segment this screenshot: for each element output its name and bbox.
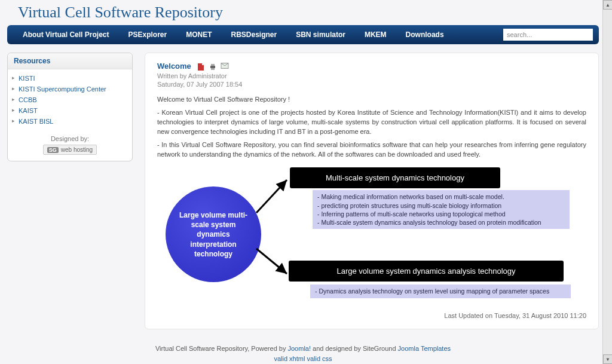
pdf-icon[interactable] <box>197 63 205 71</box>
article-date: Saturday, 07 July 2007 18:54 <box>157 81 586 88</box>
diagram-info-top: - Making medical information networks ba… <box>313 190 570 229</box>
footer-mid: and designed by SiteGround <box>311 345 398 352</box>
resources-header: Resources <box>8 53 132 69</box>
diagram-info-bottom: - Dynamics analysis technology on system… <box>310 285 571 298</box>
svg-rect-1 <box>211 64 215 66</box>
email-icon[interactable] <box>221 63 229 69</box>
nav-downloads[interactable]: Downloads <box>396 30 454 39</box>
nav-rbsdesigner[interactable]: RBSDesigner <box>222 30 287 39</box>
designed-label: Designed by: <box>51 135 89 142</box>
web-hosting-link[interactable]: SG web hosting <box>43 145 97 155</box>
site-title: Virtual Cell Software Repository <box>7 1 599 25</box>
resources-list: KISTI KISTI Supercomputing Center CCBB K… <box>8 69 132 130</box>
scroll-down-icon[interactable]: ▼ <box>603 354 612 364</box>
diagram-box-bottom: Large volume system dynamics analysis te… <box>289 261 564 282</box>
footer-valid-xhtml[interactable]: valid xhtml <box>274 355 305 362</box>
diagram-circle: Large volume multi-scale system dynamics… <box>166 186 261 282</box>
article-title: Welcome <box>157 62 191 71</box>
svg-line-4 <box>256 180 287 213</box>
info-top-line1: - Making medical information networks ba… <box>317 192 565 201</box>
footer-link-joomla[interactable]: Joomla! <box>288 345 311 352</box>
info-top-line4: - Multi-scale system dynamics analysis t… <box>317 218 565 227</box>
resources-box: Resources KISTI KISTI Supercomputing Cen… <box>7 53 133 161</box>
footer-valid-css[interactable]: valid css <box>307 355 332 362</box>
sidebar-item-kisti-sc[interactable]: KISTI Supercomputing Center <box>8 84 132 94</box>
article-author: Written by Administrator <box>157 72 586 79</box>
svg-line-5 <box>256 249 287 274</box>
sidebar-item-ccbb[interactable]: CCBB <box>8 94 132 105</box>
info-top-line3: - Inferring patterns of multi-scale netw… <box>317 210 565 218</box>
nav-sbn-simulator[interactable]: SBN simulator <box>286 30 355 39</box>
sidebar-item-kisti[interactable]: KISTI <box>8 73 132 84</box>
host-label: web hosting <box>61 146 93 153</box>
nav-mkem[interactable]: MKEM <box>355 30 396 39</box>
svg-rect-0 <box>210 66 215 68</box>
info-top-line2: - predicting protein structures using mu… <box>317 201 565 210</box>
footer: Virtual Cell Software Repository, Powere… <box>7 344 599 363</box>
diagram-box-top: Multi-scale system dynamics technology <box>290 167 500 188</box>
last-updated: Last Updated on Tuesday, 31 August 2010 … <box>157 312 586 319</box>
nav-about[interactable]: About Virtual Cell Project <box>13 30 118 39</box>
vertical-scrollbar[interactable]: ▲ ▼ <box>602 0 612 364</box>
scroll-up-icon[interactable]: ▲ <box>603 0 612 10</box>
article-p2: - Korean Virtual Cell project is one of … <box>157 108 586 137</box>
article-p1: Welcome to Virtual Cell Software Reposit… <box>157 95 586 105</box>
print-icon[interactable] <box>209 63 217 71</box>
footer-prefix: Virtual Cell Software Repository, Powere… <box>155 345 288 352</box>
diagram: Large volume multi-scale system dynamics… <box>157 166 586 308</box>
main-nav: About Virtual Cell Project PSExplorer MO… <box>7 25 599 44</box>
svg-rect-2 <box>211 68 215 70</box>
sidebar-item-kaist-bisl[interactable]: KAIST BISL <box>8 116 132 127</box>
sidebar-item-kaist[interactable]: KAIST <box>8 105 132 116</box>
sg-badge-icon: SG <box>47 147 59 153</box>
search-input[interactable] <box>503 29 593 41</box>
designed-by: Designed by: SG web hosting <box>8 130 132 161</box>
footer-link-templates[interactable]: Joomla Templates <box>398 345 451 352</box>
nav-psexplorer[interactable]: PSExplorer <box>118 30 176 39</box>
article-p3: - In this Virtual Cell Software Reposito… <box>157 140 586 160</box>
main-content: Welcome Written by Administrator Saturda… <box>145 53 599 329</box>
nav-monet[interactable]: MONET <box>176 30 221 39</box>
